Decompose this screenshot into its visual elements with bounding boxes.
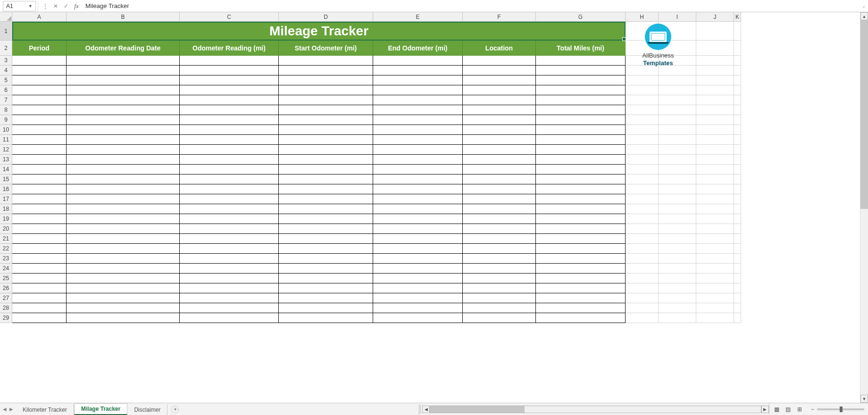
- cell[interactable]: [67, 165, 180, 174]
- cell[interactable]: [626, 184, 659, 194]
- cell[interactable]: [67, 95, 180, 105]
- cell[interactable]: [180, 313, 279, 323]
- cell[interactable]: [734, 214, 741, 224]
- cell[interactable]: [373, 75, 463, 85]
- cell[interactable]: [463, 303, 536, 313]
- cell[interactable]: [536, 66, 626, 75]
- cell[interactable]: [659, 283, 696, 293]
- cell[interactable]: [659, 145, 696, 155]
- vscroll-track[interactable]: [860, 20, 868, 395]
- cell[interactable]: [279, 85, 373, 95]
- cell[interactable]: [12, 155, 67, 165]
- cell[interactable]: [373, 135, 463, 145]
- cell[interactable]: [696, 56, 734, 66]
- cell[interactable]: [659, 254, 696, 264]
- cell[interactable]: [734, 22, 741, 41]
- cell[interactable]: [626, 274, 659, 283]
- cell[interactable]: [463, 135, 536, 145]
- splitter-icon[interactable]: [418, 405, 421, 414]
- cell[interactable]: [734, 75, 741, 85]
- cell[interactable]: [373, 264, 463, 274]
- cell[interactable]: [180, 283, 279, 293]
- cell[interactable]: [180, 165, 279, 174]
- cell[interactable]: [626, 85, 659, 95]
- col-header-B[interactable]: B: [67, 12, 180, 22]
- cell[interactable]: [373, 145, 463, 155]
- cell[interactable]: [12, 184, 67, 194]
- cell[interactable]: [279, 303, 373, 313]
- cancel-icon[interactable]: ✕: [50, 1, 61, 11]
- cell[interactable]: [463, 264, 536, 274]
- cell[interactable]: [536, 234, 626, 244]
- cell[interactable]: [463, 145, 536, 155]
- cell[interactable]: [626, 234, 659, 244]
- cell[interactable]: [626, 155, 659, 165]
- row-header-23[interactable]: 23: [0, 254, 12, 264]
- row-header-10[interactable]: 10: [0, 125, 12, 135]
- column-header[interactable]: Period: [12, 41, 67, 56]
- cell[interactable]: [626, 66, 659, 75]
- cell[interactable]: [734, 244, 741, 254]
- cell[interactable]: [279, 95, 373, 105]
- cell[interactable]: [67, 66, 180, 75]
- row-header-8[interactable]: 8: [0, 105, 12, 115]
- cell[interactable]: [659, 244, 696, 254]
- cell[interactable]: [67, 75, 180, 85]
- cell[interactable]: [734, 66, 741, 75]
- cell[interactable]: [463, 165, 536, 174]
- cell[interactable]: [696, 244, 734, 254]
- row-header-1[interactable]: 1: [0, 22, 12, 41]
- cell[interactable]: [626, 125, 659, 135]
- row-header-29[interactable]: 29: [0, 313, 12, 323]
- chevron-down-icon[interactable]: ▼: [28, 4, 33, 8]
- cell[interactable]: [734, 224, 741, 234]
- cell[interactable]: [696, 125, 734, 135]
- cell[interactable]: [180, 85, 279, 95]
- cell[interactable]: [180, 174, 279, 184]
- cell[interactable]: [463, 234, 536, 244]
- cell[interactable]: [12, 293, 67, 303]
- cell[interactable]: [734, 184, 741, 194]
- page-break-icon[interactable]: ⊞: [794, 405, 805, 414]
- cell[interactable]: [180, 184, 279, 194]
- cell[interactable]: [696, 234, 734, 244]
- cell[interactable]: [659, 234, 696, 244]
- cell[interactable]: [279, 155, 373, 165]
- cell[interactable]: [373, 254, 463, 264]
- cell[interactable]: [696, 66, 734, 75]
- cell[interactable]: [536, 303, 626, 313]
- cell[interactable]: [12, 125, 67, 135]
- cell[interactable]: [67, 125, 180, 135]
- sheet-tab[interactable]: Milage Tracker: [74, 403, 127, 415]
- cell[interactable]: [67, 194, 180, 204]
- cell[interactable]: [696, 264, 734, 274]
- cell[interactable]: [659, 165, 696, 174]
- cell[interactable]: [463, 194, 536, 204]
- cell[interactable]: [12, 194, 67, 204]
- more-icon[interactable]: ⋮: [40, 1, 50, 11]
- cell[interactable]: [659, 274, 696, 283]
- row-header-4[interactable]: 4: [0, 66, 12, 75]
- cell[interactable]: [67, 224, 180, 234]
- cell[interactable]: [279, 204, 373, 214]
- cell[interactable]: [279, 174, 373, 184]
- cell[interactable]: [12, 264, 67, 274]
- cell[interactable]: [463, 313, 536, 323]
- cell[interactable]: [659, 66, 696, 75]
- cell[interactable]: [373, 105, 463, 115]
- cell[interactable]: [734, 254, 741, 264]
- cell[interactable]: [536, 155, 626, 165]
- cell[interactable]: [734, 95, 741, 105]
- cell[interactable]: [536, 115, 626, 125]
- cell[interactable]: [67, 264, 180, 274]
- cell[interactable]: [12, 75, 67, 85]
- cell[interactable]: [12, 244, 67, 254]
- row-header-21[interactable]: 21: [0, 234, 12, 244]
- row-header-26[interactable]: 26: [0, 283, 12, 293]
- cell[interactable]: [463, 184, 536, 194]
- zoom-out-button[interactable]: −: [811, 406, 814, 413]
- cell[interactable]: [659, 95, 696, 105]
- cell[interactable]: [180, 204, 279, 214]
- cell[interactable]: [67, 135, 180, 145]
- cell[interactable]: [67, 105, 180, 115]
